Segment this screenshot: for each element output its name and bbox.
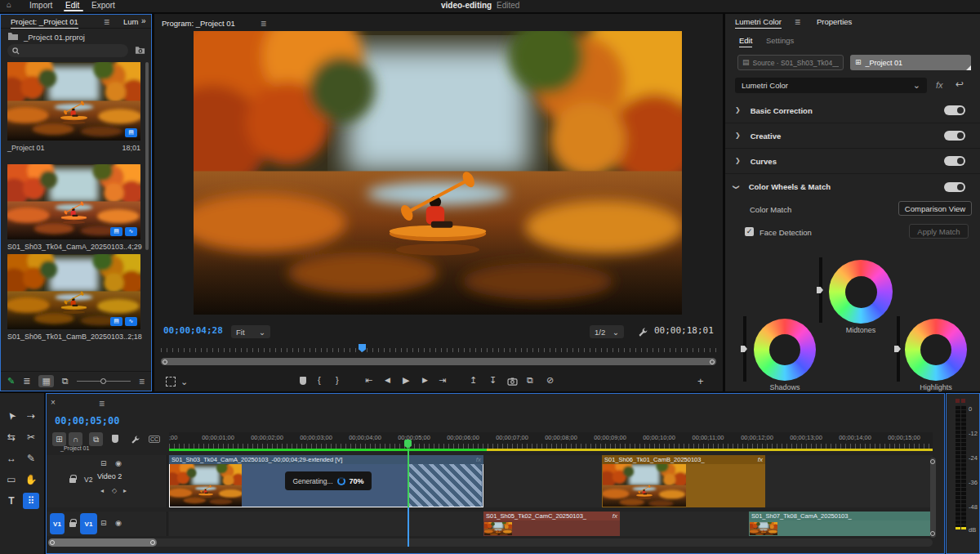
linked-selection-icon[interactable]: ⧉ (89, 432, 103, 446)
toggle-creative[interactable] (944, 131, 965, 141)
track-lane-v2[interactable]: S01_Sh03_Tk04_CamA_20250103_-00;00;04;29… (169, 455, 933, 507)
timeline-clip[interactable]: S01_Sh07_Tk08_CamA_20250103_ (749, 512, 933, 536)
highlights-luma-slider[interactable] (897, 316, 900, 382)
extract-icon[interactable]: ↧ (489, 376, 497, 385)
global-fx-mute-icon[interactable]: ⊘ (546, 376, 554, 385)
list-view-icon[interactable]: ≣ (23, 377, 30, 386)
project-item-sequence[interactable]: ▤ _Project 01 18;01 (7, 62, 140, 152)
pen-tool-icon[interactable]: ✎ (23, 450, 39, 467)
section-color-wheels[interactable]: ❯ Color Wheels & Match (725, 174, 980, 199)
target-sequence-button[interactable]: ⊞ _Project 01 (850, 55, 971, 70)
toggle-color-wheels[interactable] (944, 182, 965, 192)
timeline-timecode[interactable]: 00;00;05;00 (55, 415, 119, 427)
slip-tool-icon[interactable]: ↔ (3, 450, 20, 467)
section-basic-correction[interactable]: ❯ Basic Correction (725, 98, 980, 123)
step-forward-icon[interactable]: ▶ (422, 377, 428, 384)
timeline-settings-wrench-icon[interactable] (131, 435, 140, 445)
play-icon[interactable]: ▶ (403, 376, 409, 385)
lock-icon[interactable] (69, 522, 76, 527)
add-marker-icon[interactable] (112, 435, 118, 443)
settings-wrench-icon[interactable] (638, 327, 648, 337)
generative-extend-tool-icon[interactable]: ⠿ (23, 493, 39, 509)
track-name-v2[interactable]: Video 2 (97, 472, 122, 480)
close-icon[interactable]: × (51, 399, 56, 407)
menu-import[interactable]: Import (29, 1, 52, 10)
timeline-horizontal-scrollbar[interactable] (48, 538, 933, 547)
project-panel-menu-icon[interactable]: ≡ (104, 16, 109, 28)
menu-edit[interactable]: Edit (65, 1, 79, 10)
midtones-luma-slider[interactable] (819, 257, 822, 323)
hand-tool-icon[interactable]: ✋ (23, 471, 39, 488)
program-mini-timeline-ruler[interactable] (161, 344, 716, 352)
timeline-menu-icon[interactable]: ≡ (99, 398, 105, 409)
zoom-slider[interactable] (77, 378, 131, 384)
effect-dropdown[interactable]: Lumetri Color ⌄ (735, 78, 927, 93)
project-item-clip-a[interactable]: ▤ ∿ S01_Sh03_Tk04_CamA_20250103.. 4;29 (7, 164, 140, 251)
tab-project[interactable]: Project: _Project 01 (11, 17, 78, 29)
fit-dropdown[interactable]: Fit⌄ (231, 325, 270, 338)
tab-lumetri-color[interactable]: Lumetri Color (735, 17, 782, 29)
subtab-edit[interactable]: Edit (739, 36, 752, 47)
track-target-v1[interactable]: V1 (80, 513, 97, 534)
chevron-down-icon[interactable]: ⌄ (180, 378, 188, 386)
clip-indicator-left[interactable] (956, 399, 960, 403)
tab-program[interactable]: Program: _Project 01 (162, 19, 235, 28)
tab-properties[interactable]: Properties (817, 17, 852, 26)
settings-layout-icon[interactable] (166, 377, 176, 386)
menu-export[interactable]: Export (91, 1, 115, 10)
track-label-v2[interactable]: V2 (84, 476, 92, 484)
timeline-clip[interactable]: S01_Sh06_Tk01_CamB_20250103_fx (602, 455, 765, 507)
tab-lumetri-truncated[interactable]: Lum (123, 17, 138, 26)
search-input[interactable] (23, 47, 113, 55)
fx-badge-icon[interactable]: fx (936, 80, 943, 90)
source-patch-v1[interactable]: V1 (50, 513, 65, 534)
search-bin-icon[interactable] (135, 46, 145, 55)
edit-pen-icon[interactable]: ✎ (7, 377, 15, 386)
section-curves[interactable]: ❯ Curves (725, 149, 980, 174)
apply-match-button[interactable]: Apply Match (909, 224, 969, 239)
track-lane-v1[interactable]: S01_Sh05_Tk02_CamC_20250103_fxS01_Sh07_T… (169, 512, 933, 536)
midtones-color-wheel[interactable] (829, 260, 893, 324)
lumetri-panel-menu-icon[interactable]: ≡ (795, 16, 800, 28)
program-panel-menu-icon[interactable]: ≡ (261, 18, 266, 29)
rectangle-tool-icon[interactable]: ▭ (3, 471, 20, 488)
zoom-slider-handle[interactable] (100, 378, 106, 384)
project-footer-menu-icon[interactable]: ≡ (139, 376, 145, 387)
captions-icon[interactable]: CC (149, 436, 160, 443)
button-editor-plus-icon[interactable]: + (697, 376, 704, 386)
source-clip-button[interactable]: ▤ Source · S01_Sh03_Tk04__ (737, 55, 844, 70)
timeline-vertical-scrollbar[interactable] (930, 458, 936, 538)
track-output-icon[interactable]: ⊟ (100, 520, 107, 527)
mark-out-icon[interactable]: } (336, 376, 339, 385)
timeline-scroll-thumb[interactable] (48, 538, 157, 547)
face-detection-checkbox[interactable]: ✓ (745, 227, 754, 236)
lift-icon[interactable]: ↥ (470, 376, 477, 385)
subtab-settings[interactable]: Settings (766, 36, 794, 45)
bin-name[interactable]: _Project 01.prproj (24, 33, 85, 42)
razor-tool-icon[interactable]: ✂ (23, 429, 39, 445)
snap-magnet-icon[interactable]: ∩ (69, 432, 82, 446)
eye-icon[interactable]: ◉ (115, 520, 122, 527)
timeline-ruler[interactable]: ;00;0000;00;01;0000;00;02;0000;00;03;000… (169, 432, 933, 449)
track-output-icon[interactable]: ⊟ (100, 460, 107, 467)
next-keyframe-icon[interactable]: ▸ (123, 488, 127, 494)
project-item-clip-b[interactable]: ▤ ∿ S01_Sh06_Tk01_CamB_20250103.. 2;18 (7, 254, 140, 341)
add-marker-icon[interactable] (300, 377, 306, 385)
clip-indicator-right[interactable] (961, 399, 965, 403)
section-creative[interactable]: ❯ Creative (725, 123, 980, 149)
track-select-tool-icon[interactable]: ⇢ (23, 408, 39, 424)
program-current-timecode[interactable]: 00;00;04;28 (163, 325, 223, 336)
prev-keyframe-icon[interactable]: ◂ (100, 488, 104, 494)
nest-sequence-icon[interactable]: ⊞ (52, 432, 66, 446)
shadows-luma-slider[interactable] (743, 316, 746, 382)
add-keyframe-icon[interactable]: ◇ (112, 488, 117, 494)
playback-resolution-dropdown[interactable]: 1/2⌄ (590, 325, 624, 338)
step-back-icon[interactable]: ◀ (385, 377, 390, 384)
freeform-view-icon[interactable]: ⧉ (62, 377, 69, 386)
goto-out-icon[interactable]: ⇥ (439, 376, 446, 385)
highlights-color-wheel[interactable] (905, 319, 967, 381)
tab-overflow-icon[interactable]: » (141, 16, 146, 25)
thumbnail-view-icon[interactable]: ▦ (38, 375, 53, 387)
comparison-view-icon[interactable]: ⧉ (527, 376, 533, 385)
toggle-curves[interactable] (944, 156, 965, 166)
